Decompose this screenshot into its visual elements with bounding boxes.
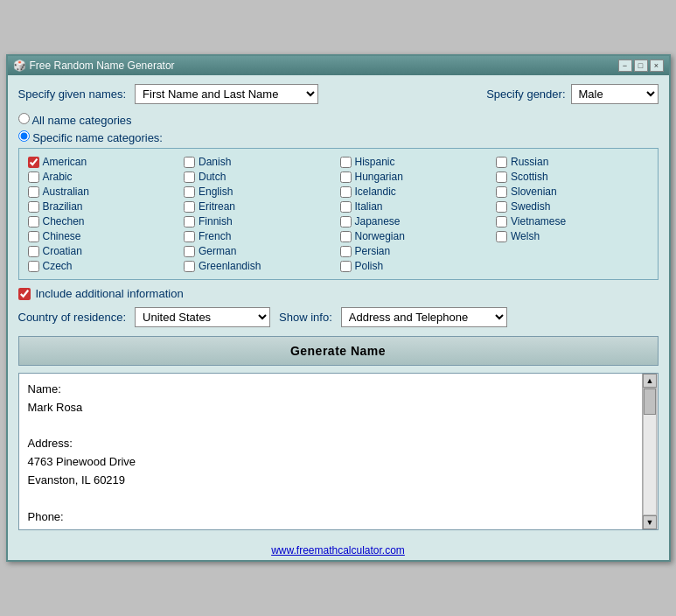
english-checkbox[interactable] (184, 186, 195, 198)
american-checkbox[interactable] (28, 157, 39, 168)
checkbox-swedish: Swedish (496, 200, 649, 213)
hungarian-checkbox[interactable] (340, 172, 352, 183)
scroll-up-button[interactable]: ▲ (643, 374, 657, 388)
english-label: English (199, 186, 233, 198)
checkbox-finnish: Finnish (184, 215, 337, 228)
scroll-thumb[interactable] (644, 388, 656, 415)
checkbox-american: American (28, 156, 181, 168)
hispanic-checkbox[interactable] (340, 157, 352, 168)
include-additional-row: Include additional information (18, 287, 659, 300)
vietnamese-label: Vietnamese (511, 215, 566, 228)
checkbox-german: German (184, 245, 337, 257)
polish-checkbox[interactable] (340, 261, 352, 272)
checkbox-slovenian: Slovenian (496, 186, 649, 198)
window-title: Free Random Name Generator (30, 60, 175, 72)
minimize-button[interactable]: − (618, 60, 632, 72)
italian-label: Italian (355, 200, 383, 213)
given-names-label: Specify given names: (18, 88, 127, 101)
app-icon: 🎲 (13, 60, 26, 72)
specific-categories-label: Specific name categories: (32, 131, 163, 144)
main-window: 🎲 Free Random Name Generator − □ × Speci… (6, 54, 671, 562)
gender-select[interactable]: Male Female Both (571, 84, 659, 104)
footer: www.freemathcalculator.com (8, 537, 669, 560)
persian-label: Persian (355, 245, 391, 257)
all-categories-radio-row: All name categories (18, 113, 659, 127)
titlebar-controls: − □ × (618, 60, 664, 72)
checkboxes-grid: American Danish Hispanic Russian Ar (28, 156, 649, 272)
checkbox-norwegian: Norwegian (340, 230, 493, 242)
french-checkbox[interactable] (184, 231, 195, 242)
welsh-checkbox[interactable] (496, 231, 507, 242)
checkbox-english: English (184, 186, 337, 198)
checkbox-polish: Polish (340, 260, 493, 272)
checkbox-russian: Russian (496, 156, 649, 168)
specific-categories-radio[interactable] (18, 130, 30, 142)
restore-button[interactable]: □ (634, 60, 648, 72)
output-area: Name: Mark Rosa Address: 4763 Pinewood D… (18, 373, 659, 530)
norwegian-checkbox[interactable] (340, 231, 352, 242)
checkbox-japanese: Japanese (340, 215, 493, 228)
scrollbar: ▲ ▼ (642, 374, 658, 529)
checkbox-scottish: Scottish (496, 171, 649, 183)
swedish-checkbox[interactable] (496, 201, 507, 213)
arabic-checkbox[interactable] (28, 172, 39, 183)
chinese-label: Chinese (43, 230, 81, 242)
all-categories-radio[interactable] (18, 113, 30, 124)
croatian-checkbox[interactable] (28, 246, 39, 257)
icelandic-label: Icelandic (355, 186, 396, 198)
all-categories-label: All name categories (31, 114, 131, 127)
japanese-checkbox[interactable] (340, 216, 352, 228)
showinfo-select[interactable]: Address and Telephone Address Only Telep… (341, 307, 507, 327)
checkbox-greenlandish: Greenlandish (184, 260, 337, 272)
dutch-checkbox[interactable] (184, 172, 195, 183)
checkbox-eritrean: Eritrean (184, 200, 337, 213)
czech-checkbox[interactable] (28, 261, 39, 272)
russian-label: Russian (511, 156, 548, 168)
italian-checkbox[interactable] (340, 201, 352, 213)
checkbox-welsh: Welsh (496, 230, 649, 242)
icelandic-checkbox[interactable] (340, 186, 352, 198)
scroll-down-button[interactable]: ▼ (643, 515, 657, 529)
include-additional-checkbox[interactable] (18, 288, 31, 300)
slovenian-checkbox[interactable] (496, 186, 507, 198)
australian-checkbox[interactable] (28, 186, 39, 198)
country-select[interactable]: United States United Kingdom Canada Aust… (135, 307, 270, 327)
showinfo-label: Show info: (279, 311, 332, 324)
titlebar: 🎲 Free Random Name Generator − □ × (8, 56, 669, 75)
gender-row: Specify gender: Male Female Both (486, 84, 658, 104)
russian-checkbox[interactable] (496, 157, 507, 168)
danish-checkbox[interactable] (184, 157, 195, 168)
checkbox-chechen: Chechen (28, 215, 181, 228)
brazilian-label: Brazilian (43, 200, 83, 213)
greenlandish-checkbox[interactable] (184, 261, 195, 272)
checkbox-empty1 (496, 245, 649, 257)
given-names-select[interactable]: First Name and Last Name First Name Only… (135, 84, 318, 104)
checkbox-icelandic: Icelandic (340, 186, 493, 198)
specific-categories-radio-row: Specific name categories: (18, 130, 659, 144)
swedish-label: Swedish (511, 200, 550, 213)
finnish-label: Finnish (199, 215, 233, 228)
dutch-label: Dutch (199, 171, 226, 183)
chechen-label: Chechen (43, 215, 85, 228)
generate-button[interactable]: Generate Name (18, 336, 659, 366)
checkbox-croatian: Croatian (28, 245, 181, 257)
main-content: Specify given names: First Name and Last… (8, 75, 669, 537)
danish-label: Danish (199, 156, 231, 168)
chechen-checkbox[interactable] (28, 216, 39, 228)
australian-label: Australian (43, 186, 89, 198)
hispanic-label: Hispanic (355, 156, 395, 168)
polish-label: Polish (355, 260, 384, 272)
brazilian-checkbox[interactable] (28, 201, 39, 213)
chinese-checkbox[interactable] (28, 231, 39, 242)
footer-link[interactable]: www.freemathcalculator.com (271, 544, 405, 556)
checkbox-czech: Czech (28, 260, 181, 272)
persian-checkbox[interactable] (340, 246, 352, 257)
close-button[interactable]: × (650, 60, 664, 72)
scottish-checkbox[interactable] (496, 172, 507, 183)
german-checkbox[interactable] (184, 246, 195, 257)
checkbox-hungarian: Hungarian (340, 171, 493, 183)
vietnamese-checkbox[interactable] (496, 216, 507, 228)
finnish-checkbox[interactable] (184, 216, 195, 228)
eritrean-checkbox[interactable] (184, 201, 195, 213)
norwegian-label: Norwegian (355, 230, 405, 242)
